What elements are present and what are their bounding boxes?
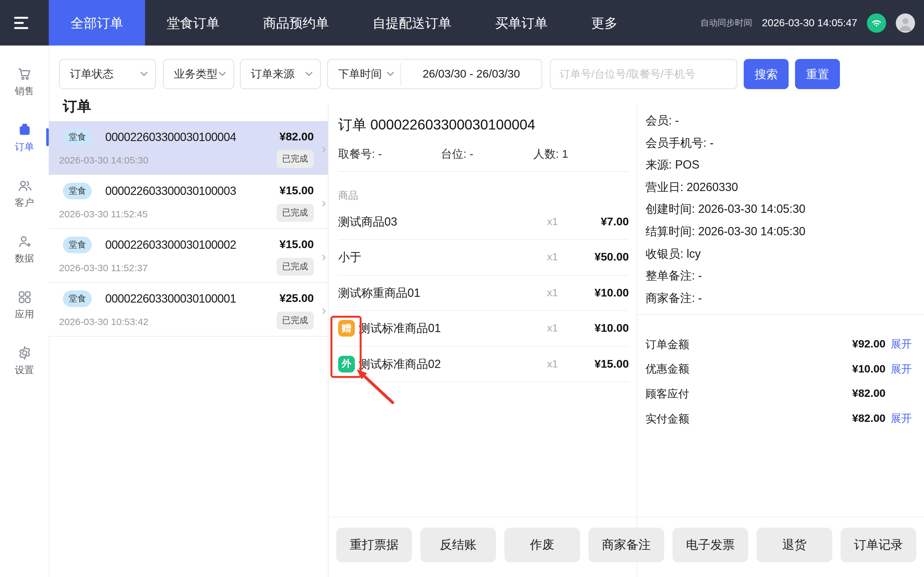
amount-value: ¥92.00 <box>852 338 885 351</box>
topbar: 全部订单 堂食订单 商品预约单 自提配送订单 买单订单 更多 自动同步时间 20… <box>0 0 924 45</box>
sidebar-item-label: 客户 <box>15 197 34 209</box>
sidebar-item-data[interactable]: 数据 <box>0 221 49 276</box>
order-list-title: 订单 <box>63 97 91 116</box>
sidebar-item-settings[interactable]: 设置 <box>0 333 49 388</box>
business-type-dropdown[interactable]: 业务类型 <box>163 59 234 89</box>
created-time-line: 创建时间: 2026-03-30 14:05:30 <box>646 198 805 221</box>
expand-link[interactable]: 展开 <box>891 338 913 351</box>
order-time: 2026-03-30 11:52:45 <box>59 208 148 219</box>
order-list-item[interactable]: 堂食 000022603300030100003 ¥15.00 2026-03-… <box>49 175 328 229</box>
dropdown-label: 订单来源 <box>241 67 294 81</box>
order-time: 2026-03-30 11:52:37 <box>59 262 148 273</box>
amount-label: 订单金额 <box>646 337 689 352</box>
void-button[interactable]: 作废 <box>504 528 580 562</box>
order-number: 000022603300030100004 <box>105 131 236 144</box>
product-name: 测试标准商品01 <box>359 321 441 336</box>
wifi-status-icon[interactable] <box>867 13 886 32</box>
pos-order-app: 全部订单 堂食订单 商品预约单 自提配送订单 买单订单 更多 自动同步时间 20… <box>0 0 924 577</box>
merchant-remark-line: 商家备注: - <box>646 287 805 309</box>
chevron-right-icon: › <box>322 142 326 156</box>
product-name: 测试商品03 <box>338 214 397 229</box>
search-input[interactable] <box>551 68 737 80</box>
chevron-right-icon: › <box>322 195 326 210</box>
tab-dine-in-orders[interactable]: 堂食订单 <box>145 0 241 45</box>
product-name: 测试标准商品02 <box>359 356 441 372</box>
product-row: 赠 测试标准商品01 x1 ¥10.00 <box>338 311 629 347</box>
product-row: 测试商品03 x1 ¥7.00 <box>338 204 629 240</box>
tab-more[interactable]: 更多 <box>569 0 640 45</box>
order-list-item[interactable]: 堂食 000022603300030100004 ¥82.00 2026-03-… <box>49 121 328 175</box>
order-type-tag: 堂食 <box>63 290 92 307</box>
tab-product-reservation[interactable]: 商品预约单 <box>241 0 351 45</box>
amount-value: ¥82.00 <box>852 388 885 400</box>
chevron-down-icon <box>305 72 320 76</box>
divider <box>636 105 637 577</box>
product-name: 测试称重商品01 <box>338 285 420 300</box>
order-status-dropdown[interactable]: 订单状态 <box>59 59 156 89</box>
user-avatar[interactable] <box>896 13 915 32</box>
product-price: ¥10.00 <box>594 322 629 335</box>
sidebar-item-customers[interactable]: 客户 <box>0 165 49 221</box>
sidebar-item-label: 设置 <box>15 364 34 376</box>
amount-value: ¥10.00 <box>852 363 885 376</box>
member-line: 会员: - <box>646 110 805 132</box>
dropdown-label: 下单时间 <box>328 67 382 81</box>
date-range-value[interactable]: 26/03/30 - 26/03/30 <box>401 67 541 81</box>
order-remark-line: 整单备注: - <box>646 265 805 287</box>
order-type-tag: 堂食 <box>63 183 92 199</box>
settings-gear-icon <box>16 345 32 361</box>
tab-pay-orders[interactable]: 买单订单 <box>473 0 569 45</box>
order-time: 2026-03-30 14:05:30 <box>59 155 149 165</box>
chevron-down-icon <box>141 72 155 76</box>
product-name: 小于 <box>338 250 361 265</box>
product-price: ¥7.00 <box>601 215 629 228</box>
amount-label: 实付金额 <box>646 411 689 426</box>
order-number: 000022603300030100003 <box>105 185 236 198</box>
product-qty: x1 <box>541 358 564 370</box>
order-status-badge: 已完成 <box>276 150 314 168</box>
topbar-tabs: 全部订单 堂食订单 商品预约单 自提配送订单 买单订单 更多 <box>49 0 640 45</box>
order-time-filter[interactable]: 下单时间 26/03/30 - 26/03/30 <box>327 59 542 89</box>
sidebar-item-sales[interactable]: 销售 <box>0 54 49 109</box>
business-date-line: 营业日: 20260330 <box>646 176 805 198</box>
order-amount: ¥15.00 <box>279 238 314 251</box>
order-amount: ¥25.00 <box>279 292 314 305</box>
divider <box>328 517 924 517</box>
order-number: 000022603300030100001 <box>105 292 236 306</box>
expand-link[interactable]: 展开 <box>891 362 913 376</box>
refund-button[interactable]: 退货 <box>756 528 832 562</box>
settle-time-line: 结算时间: 2026-03-30 14:05:30 <box>646 221 805 243</box>
orders-clipboard-icon <box>16 121 32 137</box>
sidebar-item-label: 订单 <box>15 141 34 153</box>
tab-pickup-delivery[interactable]: 自提配送订单 <box>351 0 473 45</box>
order-status-badge: 已完成 <box>276 204 314 222</box>
cart-icon <box>16 66 32 82</box>
product-price: ¥15.00 <box>594 357 629 371</box>
order-status-badge: 已完成 <box>276 258 314 276</box>
order-type-tag: 堂食 <box>63 129 92 145</box>
sidebar-item-apps[interactable]: 应用 <box>0 277 49 332</box>
merchant-remark-button[interactable]: 商家备注 <box>588 528 664 562</box>
reverse-settlement-button[interactable]: 反结账 <box>420 528 496 562</box>
amount-label: 优惠金额 <box>646 362 689 377</box>
order-time: 2026-03-30 10:53:42 <box>59 316 149 327</box>
tab-all-orders[interactable]: 全部订单 <box>49 0 145 45</box>
divider <box>328 105 328 577</box>
guest-count: 人数: 1 <box>533 146 568 161</box>
amount-row: 实付金额 ¥82.00 展开 <box>646 406 913 431</box>
order-source-dropdown[interactable]: 订单来源 <box>240 59 321 89</box>
reprint-ticket-button[interactable]: 重打票据 <box>336 528 412 562</box>
pickup-number: 取餐号: - <box>338 146 382 161</box>
e-invoice-button[interactable]: 电子发票 <box>672 528 748 562</box>
expand-link[interactable]: 展开 <box>891 412 913 426</box>
order-list-item[interactable]: 堂食 000022603300030100002 ¥15.00 2026-03-… <box>49 229 328 283</box>
product-row: 测试称重商品01 x1 ¥10.00 <box>338 275 629 311</box>
order-record-button[interactable]: 订单记录 <box>841 528 916 562</box>
search-button[interactable]: 搜索 <box>744 59 788 89</box>
order-list-item[interactable]: 堂食 000022603300030100001 ¥25.00 2026-03-… <box>49 283 328 337</box>
dropdown-label: 业务类型 <box>164 67 218 81</box>
menu-icon[interactable] <box>14 17 28 29</box>
order-amount: ¥15.00 <box>279 184 314 197</box>
reset-button[interactable]: 重置 <box>795 59 840 89</box>
sidebar-item-orders[interactable]: 订单 <box>0 110 49 165</box>
